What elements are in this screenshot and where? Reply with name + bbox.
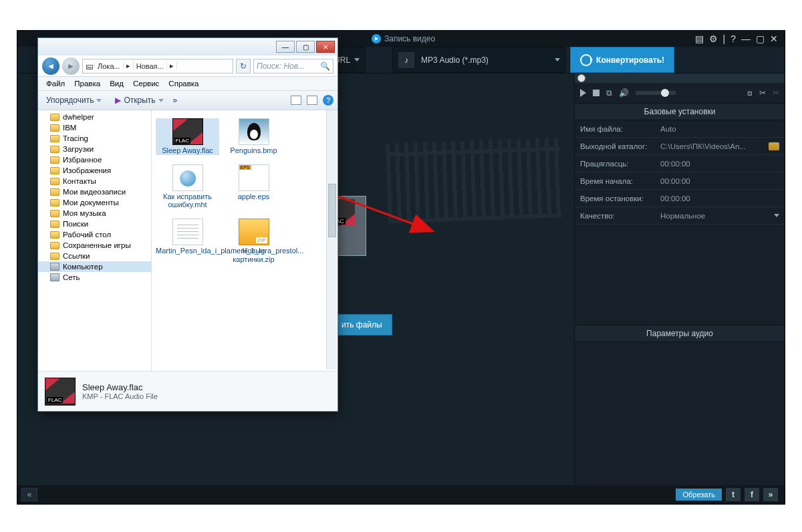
tree-label: Контакты [63,177,96,185]
tree-node[interactable]: dwhelper [38,112,151,122]
folder-icon [50,167,59,174]
scrollbar-thumb[interactable] [328,184,336,237]
search-input[interactable]: Поиск: Нов... 🔍 [253,59,333,74]
volume-icon[interactable]: 🔊 [619,88,629,98]
minimize-button[interactable]: — [741,33,751,44]
folder-icon [50,156,59,164]
play-circle-icon [372,34,381,43]
menu-file[interactable]: Файл [42,78,69,89]
tree-node[interactable]: Избранное [38,154,151,165]
collapse-button[interactable]: « [21,488,37,501]
file-item[interactable]: Penguins.bmp [222,118,285,155]
folder-icon [50,231,59,239]
twitter-icon[interactable]: t [726,488,741,501]
settings-stack-icon[interactable]: ▤ [695,33,704,44]
file-label: Penguins.bmp [222,146,285,155]
tree-node[interactable]: Ссылки [38,251,151,261]
cut-icon[interactable]: ✂ [759,88,766,98]
open-button[interactable]: ▶ Открыть [111,94,167,106]
help-icon[interactable]: ? [323,95,333,106]
tab-record-video[interactable]: Запись видео [365,32,442,45]
tree-node[interactable]: Tracing [38,133,151,144]
tree-node[interactable]: Моя музыка [38,208,151,219]
facebook-icon[interactable]: f [745,488,759,501]
file-list[interactable]: FLACSleep Away.flacPenguins.bmpКак испра… [152,110,338,371]
snapshot-icon[interactable]: ⧉ [606,88,612,98]
toolbar-overflow[interactable]: » [173,96,178,105]
volume-knob[interactable] [661,89,669,97]
prop-quality[interactable]: Качество:Нормальное [575,207,785,225]
tree-node[interactable]: Рабочий стол [38,229,151,240]
seek-bar[interactable] [575,74,785,83]
help-icon[interactable]: ? [730,33,736,44]
explorer-titlebar[interactable]: — ▢ ✕ [38,38,338,55]
add-files-button[interactable]: ить файлы [331,314,392,336]
volume-slider[interactable] [636,91,676,95]
tree-node[interactable]: Загрузки [38,144,151,154]
music-note-icon: ♪ [398,52,414,68]
audio-params-header[interactable]: Параметры аудио [575,325,785,342]
menu-edit[interactable]: Правка [70,78,104,89]
file-item[interactable]: Как исправить ошибку.mht [156,164,219,209]
trim-button[interactable]: Обрезать [676,489,722,501]
refresh-button[interactable]: ↻ [236,59,251,74]
convert-button[interactable]: Конвертировать! [570,47,674,73]
menu-view[interactable]: Вид [106,78,128,89]
file-label: Sleep Away.flac [156,146,219,155]
menu-service[interactable]: Сервис [129,78,163,89]
tree-node-tree_computer[interactable]: Компьютер [38,261,151,272]
close-button[interactable]: ✕ [316,41,335,53]
chevron-down-icon [158,99,164,102]
view-options-icon[interactable] [291,96,301,105]
gear-icon[interactable]: ⚙ [709,33,718,44]
crop-icon[interactable]: ⧈ [747,88,753,98]
breadcrumb-seg[interactable]: Новая... [134,62,167,70]
prop-outdir[interactable]: Выходной каталог:C:\Users\ПК\Videos\An..… [575,138,785,155]
file-item[interactable]: EPSapple.eps [222,164,285,209]
tree-label: Ссылки [63,252,90,260]
minimize-button[interactable]: — [276,41,295,53]
explorer-scrollbar[interactable] [326,110,337,370]
folder-icon [50,135,59,142]
nav-back-button[interactable]: ◄ [42,57,59,75]
folder-icon [50,199,59,207]
computer-icon [50,273,59,281]
chevron-down-icon [96,99,102,102]
file-item[interactable]: Martin_Pesn_lda_i_plameni_1_Igra_prestol… [156,219,219,263]
details-filetype: KMP - FLAC Audio File [82,392,158,400]
nav-tree[interactable]: dwhelperIBMTracingЗагрузкиИзбранноеИзобр… [38,110,152,371]
explorer-toolbar: Упорядочить ▶ Открыть » ? [38,90,338,110]
basic-settings-header: Базовые установки [575,103,785,120]
share-icon[interactable]: » [763,488,778,501]
nav-forward-button[interactable]: ► [62,57,80,75]
breadcrumb-seg[interactable]: Лока... [95,62,124,70]
close-button[interactable]: ✕ [770,33,778,44]
menu-help[interactable]: Справка [164,78,203,89]
play-button[interactable] [580,89,586,97]
maximize-button[interactable]: ▢ [296,41,315,53]
tree-node[interactable]: IBM [38,122,151,133]
stop-button[interactable] [593,90,599,96]
file-label: Новые картинки.zip [222,247,285,263]
seek-knob[interactable] [577,74,585,82]
tree-node-tree_network[interactable]: Сеть [38,272,151,283]
breadcrumb[interactable]: 🖴 Лока...▸ Новая...▸ [82,59,233,74]
tree-node[interactable]: Сохраненные игры [38,240,151,251]
file-item[interactable]: ZIPНовые картинки.zip [222,219,285,263]
browse-folder-icon[interactable] [769,142,779,150]
prop-start[interactable]: Время начала:00:00:00 [575,172,785,190]
output-format-select[interactable]: ♪ MP3 Audio (*.mp3) [392,47,566,73]
prop-stop[interactable]: Время остановки:00:00:00 [575,190,785,207]
tree-node[interactable]: Изображения [38,165,151,176]
file-item[interactable]: FLACSleep Away.flac [156,118,219,155]
tree-node[interactable]: Контакты [38,176,151,186]
prop-duration: Працягласць:00:00:00 [575,155,785,172]
maximize-button[interactable]: ▢ [756,33,765,44]
tree-node[interactable]: Мои документы [38,197,151,208]
preview-pane-icon[interactable] [307,96,317,105]
organize-button[interactable]: Упорядочить [42,94,106,106]
tree-node[interactable]: Поиски [38,219,151,229]
folder-icon [50,221,59,228]
tree-label: Сеть [63,273,80,281]
tree-node[interactable]: Мои видеозаписи [38,186,151,197]
